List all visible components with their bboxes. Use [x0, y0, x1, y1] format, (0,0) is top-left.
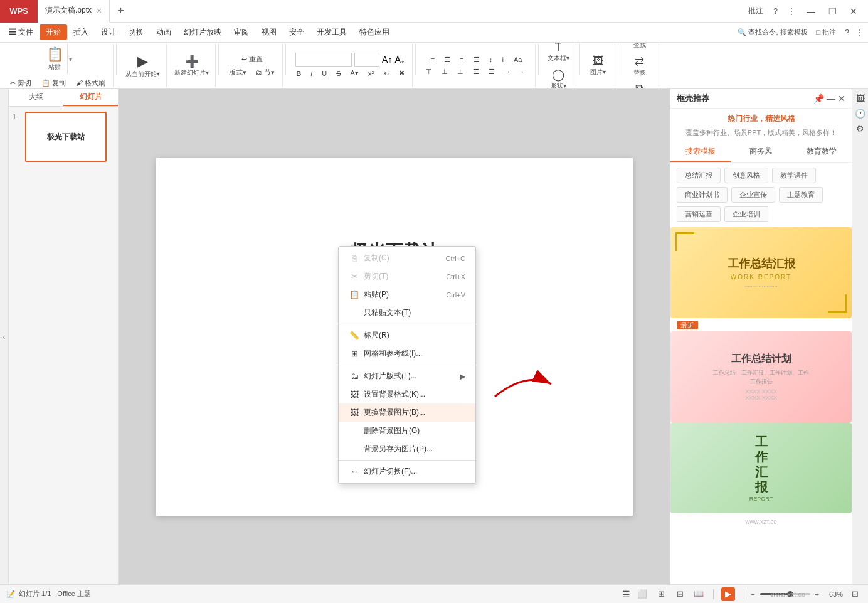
new-slide-btn[interactable]: ➕ 新建幻灯片▾: [172, 53, 211, 79]
left-panel-toggle[interactable]: ‹: [0, 89, 9, 584]
zoom-out-btn[interactable]: −: [751, 590, 754, 598]
indent-less-btn[interactable]: ←: [517, 67, 531, 77]
cut-btn[interactable]: ✂ 剪切: [6, 77, 35, 89]
bold-btn[interactable]: B: [292, 68, 305, 78]
ctx-copy[interactable]: ⎘ 复制(C) Ctrl+C: [339, 249, 475, 267]
rp-tab-search[interactable]: 搜索模板: [670, 142, 731, 162]
align-left-btn[interactable]: ≡: [427, 55, 438, 65]
indent-more-btn[interactable]: →: [500, 67, 515, 77]
section-btn[interactable]: 🗂 节▾: [251, 67, 278, 78]
layout-btn[interactable]: 版式▾: [225, 67, 250, 78]
tag-theme-edu[interactable]: 主题教育: [779, 187, 823, 203]
ctx-change-bg[interactable]: 🖼 更换背景图片(B)...: [339, 403, 475, 422]
menu-file[interactable]: ☰ 文件: [3, 24, 40, 40]
copy-btn[interactable]: 📋 复制: [38, 77, 70, 89]
tag-courseware[interactable]: 教学课件: [772, 168, 816, 183]
strikethrough-btn[interactable]: S: [332, 68, 344, 78]
ctx-set-bg[interactable]: 🖼 设置背景格式(K)...: [339, 385, 475, 403]
active-tab[interactable]: 演示文稿.pptx ×: [38, 0, 110, 23]
status-list-icon[interactable]: ☰: [622, 589, 630, 599]
clear-format-btn[interactable]: ✖: [395, 68, 408, 78]
menu-special[interactable]: 特色应用: [353, 24, 396, 40]
ctx-save-bg[interactable]: 背景另存为图片(P)...: [339, 440, 475, 458]
tag-marketing[interactable]: 营销运营: [677, 206, 721, 222]
menu-developer[interactable]: 开发工具: [310, 24, 353, 40]
format-painter-btn[interactable]: 🖌 格式刷: [72, 77, 109, 89]
underline-btn[interactable]: U: [318, 68, 331, 78]
search-command[interactable]: 🔍 查找命令, 搜索模板: [734, 28, 811, 37]
ctx-grid[interactable]: ⊞ 网格和参考线(I)...: [339, 344, 475, 363]
menu-slideshow[interactable]: 幻灯片放映: [177, 24, 228, 40]
list-btn[interactable]: ☰: [469, 67, 483, 77]
zoom-in-btn[interactable]: +: [815, 590, 819, 598]
rs-settings-icon[interactable]: ⚙: [854, 122, 867, 136]
superscript-btn[interactable]: x²: [364, 68, 378, 78]
more-menu-btn[interactable]: ⋮: [853, 28, 865, 37]
rs-image-icon[interactable]: 🖼: [854, 92, 867, 105]
menu-view[interactable]: 视图: [255, 24, 283, 40]
font-color-btn[interactable]: A▾: [347, 68, 363, 78]
view-slide-btn[interactable]: ⊞: [654, 587, 668, 601]
rp-minimize-btn[interactable]: —: [827, 93, 835, 104]
view-read-btn[interactable]: 📖: [692, 587, 706, 601]
tag-company-promo[interactable]: 企业宣传: [731, 187, 775, 203]
rp-tab-business[interactable]: 商务风: [731, 142, 791, 162]
align-right-btn[interactable]: ≡: [456, 55, 467, 65]
tag-business-plan[interactable]: 商业计划书: [677, 187, 728, 203]
align-bottom-btn[interactable]: ⊥: [453, 67, 467, 77]
template-card-work-summary[interactable]: 工作总结计划 工作总结、工作汇报、工作计划、工作 工作报告 XXXX XXXX …: [670, 331, 852, 422]
comment-button[interactable]: 批注: [744, 3, 767, 19]
ctx-remove-bg[interactable]: 删除背景图片(G): [339, 422, 475, 440]
view-grid-btn[interactable]: ⊞: [673, 587, 687, 601]
zoom-fit-btn[interactable]: ⊡: [848, 587, 862, 601]
help-button[interactable]: ?: [770, 4, 781, 18]
menu-insert[interactable]: 插入: [67, 24, 95, 40]
ctx-slide-switch[interactable]: ↔ 幻灯片切换(F)...: [339, 462, 475, 481]
menu-home[interactable]: 开始: [40, 24, 67, 40]
ctx-paste-text[interactable]: 只粘贴文本(T): [339, 304, 475, 322]
minimize-button[interactable]: —: [802, 2, 820, 21]
font-name-input[interactable]: [295, 53, 352, 67]
play-btn[interactable]: ▶: [721, 587, 735, 601]
more-button[interactable]: ⋮: [784, 4, 799, 18]
shape-btn[interactable]: ◯ 形状▾: [546, 66, 571, 89]
align-center-btn[interactable]: ☰: [440, 55, 454, 65]
reset-btn[interactable]: ↩ 重置: [238, 53, 267, 65]
template-card-work-report2[interactable]: 工 作 汇 报 REPORT: [670, 422, 852, 513]
slide-thumbnail-1[interactable]: 1 极光下载站: [13, 112, 114, 162]
menu-security[interactable]: 安全: [283, 24, 310, 40]
align-justify-btn[interactable]: ☰: [470, 55, 484, 65]
tag-training[interactable]: 企业培训: [724, 206, 768, 222]
restore-button[interactable]: ❐: [823, 2, 842, 21]
tab-close-button[interactable]: ×: [97, 6, 102, 16]
outline-tab[interactable]: 大纲: [9, 89, 63, 106]
canvas-area[interactable]: 极光下载站 — ⎘ 复制(C) Ctrl+C ✂ 剪切(T) Ctrl+X 📋 …: [119, 89, 670, 584]
paste-btn[interactable]: 📋 粘贴 ▾: [39, 43, 77, 76]
ctx-paste[interactable]: 📋 粘贴(P) Ctrl+V: [339, 285, 475, 304]
ctx-cut[interactable]: ✂ 剪切(T) Ctrl+X: [339, 267, 475, 285]
from-current-btn[interactable]: ▶ 从当前开始▾: [123, 51, 162, 80]
ctx-ruler[interactable]: 📏 标尺(R): [339, 326, 475, 344]
select-pane-btn[interactable]: ⧉ 选择窗格: [625, 80, 655, 89]
view-normal-btn[interactable]: ⬜: [635, 587, 649, 601]
rs-clock-icon[interactable]: 🕐: [854, 107, 867, 120]
note-icon[interactable]: 📝: [6, 590, 15, 598]
tag-creative[interactable]: 创意风格: [724, 168, 768, 183]
template-card-work-report[interactable]: 工作总结汇报 WORK REPORT ·····················: [670, 227, 852, 318]
zoom-slider[interactable]: [760, 593, 810, 595]
columns-btn[interactable]: ⁞: [498, 55, 508, 65]
menu-review[interactable]: 审阅: [228, 24, 255, 40]
find-btn[interactable]: 🔍 查找: [627, 43, 652, 51]
image-btn[interactable]: 🖼 图片▾: [586, 53, 611, 78]
text-direction-btn[interactable]: Aa: [510, 55, 526, 65]
subscript-btn[interactable]: x₂: [379, 68, 393, 78]
rp-tab-education[interactable]: 教育教学: [791, 142, 852, 162]
slides-tab[interactable]: 幻灯片: [63, 89, 118, 106]
menu-animations[interactable]: 动画: [150, 24, 177, 40]
replace-btn[interactable]: ⇄ 替换: [627, 53, 652, 79]
align-top-btn[interactable]: ⊤: [422, 67, 436, 77]
menu-transitions[interactable]: 切换: [122, 24, 150, 40]
numbered-list-btn[interactable]: ☰: [485, 67, 499, 77]
rp-pin-btn[interactable]: 📌: [813, 93, 824, 104]
textbox-btn[interactable]: T 文本框▾: [545, 43, 572, 65]
